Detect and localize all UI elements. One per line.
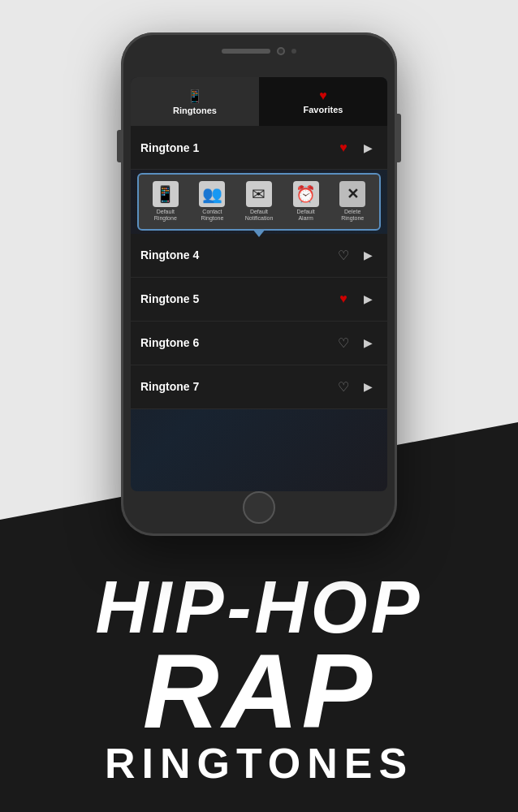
- favorites-tab-icon: ♥: [319, 89, 327, 103]
- phone-screen: 📱 Ringtones ♥ Favorites Ringtone 1 ♥ ▶: [131, 77, 387, 491]
- ringtone-4-favorite-btn[interactable]: ♡: [334, 245, 353, 265]
- tab-bar: 📱 Ringtones ♥ Favorites: [131, 77, 387, 126]
- ringtone-1-name: Ringtone 1: [140, 141, 334, 154]
- phone-top: [222, 47, 296, 55]
- action-default-notification[interactable]: ✉ DefaultNotification: [239, 181, 279, 222]
- delete-ringtone-label: DeleteRingtone: [341, 209, 364, 222]
- ringtone-item-7[interactable]: Ringtone 7 ♡ ▶: [131, 365, 387, 409]
- home-button[interactable]: [243, 491, 275, 524]
- ringtones-tab-label: Ringtones: [173, 106, 217, 115]
- ringtone-4-name: Ringtone 4: [140, 248, 334, 261]
- power-button: [397, 114, 401, 162]
- phone-speaker: [222, 49, 270, 54]
- ringtones-big-text: RINGTONES: [16, 739, 502, 788]
- phone-frame: 📱 Ringtones ♥ Favorites Ringtone 1 ♥ ▶: [121, 32, 397, 536]
- ringtone-6-name: Ringtone 6: [140, 336, 334, 349]
- ringtone-6-actions: ♡ ▶: [334, 333, 378, 352]
- app-ui: 📱 Ringtones ♥ Favorites Ringtone 1 ♥ ▶: [131, 77, 387, 491]
- tab-ringtones[interactable]: 📱 Ringtones: [131, 77, 259, 126]
- ringtone-1-actions: ♥ ▶: [334, 138, 378, 158]
- promotional-text: HIP-HOP RAP RINGTONES: [0, 571, 518, 788]
- ringtone-6-favorite-btn[interactable]: ♡: [334, 333, 353, 352]
- default-notification-icon: ✉: [246, 181, 272, 207]
- ringtone-item-6[interactable]: Ringtone 6 ♡ ▶: [131, 322, 387, 365]
- action-delete-ringtone[interactable]: ✕ DeleteRingtone: [332, 181, 373, 222]
- favorites-tab-label: Favorites: [304, 105, 343, 114]
- action-contact-ringtone[interactable]: 👥 ContactRingtone: [192, 181, 232, 222]
- ringtone-5-actions: ♥ ▶: [334, 289, 378, 309]
- ringtone-1-favorite-btn[interactable]: ♥: [334, 138, 353, 158]
- action-bar: 📱 DefaultRingtone 👥 ContactRingtone ✉ De…: [137, 173, 381, 231]
- ringtone-list: Ringtone 1 ♥ ▶ 📱 DefaultRingtone 👥 Conta…: [131, 126, 387, 491]
- action-default-ringtone[interactable]: 📱 DefaultRingtone: [145, 181, 186, 222]
- ringtone-item-4[interactable]: Ringtone 4 ♡ ▶: [131, 234, 387, 278]
- ringtones-tab-icon: 📱: [187, 89, 203, 104]
- ringtone-7-actions: ♡ ▶: [334, 377, 378, 396]
- ringtone-4-play-btn[interactable]: ▶: [358, 245, 378, 265]
- default-alarm-label: DefaultAlarm: [296, 209, 314, 222]
- default-alarm-icon: ⏰: [293, 181, 319, 207]
- ringtone-6-play-btn[interactable]: ▶: [358, 333, 378, 352]
- ringtone-5-name: Ringtone 5: [140, 292, 334, 305]
- phone-sensor: [291, 49, 296, 54]
- default-ringtone-icon: 📱: [153, 181, 179, 207]
- contact-ringtone-icon: 👥: [199, 181, 225, 207]
- ringtone-4-actions: ♡ ▶: [334, 245, 378, 265]
- ringtone-item-5[interactable]: Ringtone 5 ♥ ▶: [131, 278, 387, 322]
- ringtone-1-play-btn[interactable]: ▶: [358, 138, 378, 158]
- ringtone-5-favorite-btn[interactable]: ♥: [334, 289, 353, 309]
- ringtone-7-play-btn[interactable]: ▶: [358, 377, 378, 396]
- ringtone-7-favorite-btn[interactable]: ♡: [334, 377, 353, 396]
- ringtone-5-play-btn[interactable]: ▶: [358, 289, 378, 309]
- volume-button: [117, 130, 121, 162]
- ringtone-item-1[interactable]: Ringtone 1 ♥ ▶: [131, 126, 387, 170]
- tab-favorites[interactable]: ♥ Favorites: [259, 77, 387, 126]
- rap-text: RAP: [16, 644, 502, 739]
- contact-ringtone-label: ContactRingtone: [201, 209, 223, 222]
- default-ringtone-label: DefaultRingtone: [154, 209, 177, 222]
- phone-camera: [277, 47, 285, 55]
- delete-ringtone-icon: ✕: [339, 181, 365, 207]
- ringtone-7-name: Ringtone 7: [140, 380, 334, 393]
- default-notification-label: DefaultNotification: [245, 209, 274, 222]
- action-default-alarm[interactable]: ⏰ DefaultAlarm: [286, 181, 326, 222]
